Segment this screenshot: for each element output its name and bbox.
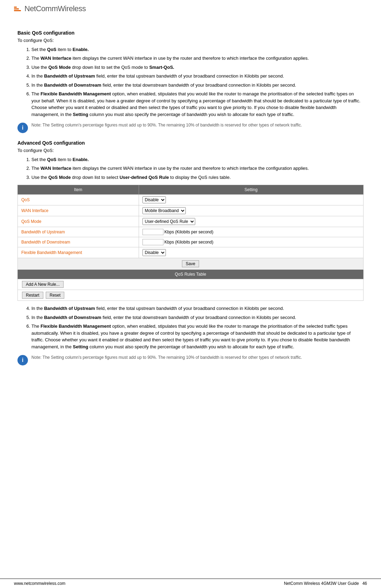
col-setting: Setting (139, 185, 364, 195)
bw-downstream-label: Bandwidth of Downstream (18, 237, 139, 247)
basic-step-4-bold: Bandwidth of Upstream (44, 73, 95, 79)
main-content: Basic QoS configuration To configure QoS… (0, 16, 381, 384)
restart-reset-row: Restart Reset (18, 290, 364, 301)
qos-row: QoS Disable Enable (18, 195, 364, 205)
adv-step-3-bold2: User-defined QoS Rule (119, 175, 169, 180)
qos-settings-table: Item Setting QoS Disable Enable WAN Inte… (17, 185, 364, 301)
adv-step-4-bold: Bandwidth of Upstream (44, 306, 95, 311)
qos-setting: Disable Enable (139, 195, 364, 205)
info-icon: i (17, 123, 28, 133)
qos-mode-row: QoS Mode User-defined QoS Rule Smart-QoS (18, 216, 364, 227)
add-rule-row: Add A New Rule... (18, 279, 364, 290)
basic-step-5-bold: Bandwidth of Downstream (44, 82, 101, 88)
save-button[interactable]: Save (182, 260, 199, 267)
flex-bw-select[interactable]: Disable Enable (142, 249, 166, 256)
advanced-step-4: In the Bandwidth of Upstream field, ente… (31, 305, 364, 312)
logo-text: NetCommWireless (24, 4, 86, 13)
basic-step-6: The Flexible Bandwidth Management option… (31, 90, 364, 118)
save-cell: Save (18, 258, 364, 270)
flex-bw-row: Flexible Bandwidth Management Disable En… (18, 247, 364, 258)
bw-upstream-setting: Kbps (Kilobits per second) (139, 227, 364, 237)
adv-step-3-bold: QoS Mode (48, 175, 71, 180)
advanced-step-5: In the Bandwidth of Downstream field, en… (31, 314, 364, 321)
advanced-qos-note-text: Note: The Setting column's percentage fi… (31, 354, 302, 361)
advanced-qos-title: Advanced QoS configuration (17, 140, 364, 146)
advanced-step-1: Set the QoS item to Enable. (31, 156, 364, 163)
basic-step-3-bold2: Smart-QoS. (149, 65, 174, 70)
qos-select[interactable]: Disable Enable (142, 196, 166, 203)
qos-mode-setting: User-defined QoS Rule Smart-QoS (139, 216, 364, 227)
info-icon-2: i (17, 355, 28, 365)
footer-url: www.netcommwireless.com (14, 581, 65, 586)
basic-step-6-bold: Flexible Bandwidth Management (41, 91, 111, 96)
qos-table-header-row: Item Setting (18, 185, 364, 195)
basic-qos-title: Basic QoS configuration (17, 30, 364, 36)
restart-reset-cell: Restart Reset (18, 290, 364, 301)
adv-step-1-enable: Enable. (73, 157, 89, 162)
add-rule-cell: Add A New Rule... (18, 279, 364, 290)
adv-step-6-bold: Flexible Bandwidth Management (41, 324, 111, 329)
advanced-qos-note: i Note: The Setting column's percentage … (17, 354, 364, 365)
logo-signal-icon (14, 7, 21, 11)
reset-button[interactable]: Reset (46, 292, 64, 299)
advanced-step-6: The Flexible Bandwidth Management option… (31, 323, 364, 350)
col-item: Item (18, 185, 139, 195)
page-footer: www.netcommwireless.com NetComm Wireless… (0, 579, 381, 588)
basic-step-1: Set the QoS item to Enable. (31, 46, 364, 53)
restart-button[interactable]: Restart (22, 292, 43, 299)
qos-rules-header-row: QoS Rules Table (18, 270, 364, 279)
basic-qos-note-text: Note: The Setting column's percentage fi… (31, 122, 302, 128)
logo-netcomm: NetComm (24, 4, 58, 13)
advanced-qos-intro: To configure QoS: (17, 147, 364, 154)
flex-bw-setting: Disable Enable (139, 247, 364, 258)
adv-step-5-bold: Bandwidth of Downstream (44, 315, 101, 320)
add-rule-button[interactable]: Add A New Rule... (22, 281, 64, 288)
basic-step-3-bold: QoS Mode (48, 65, 71, 70)
wan-interface-label: WAN Interface (18, 205, 139, 216)
bw-downstream-row: Bandwidth of Downstream Kbps (Kilobits p… (18, 237, 364, 247)
footer-page: 46 (362, 581, 367, 586)
qos-mode-select[interactable]: User-defined QoS Rule Smart-QoS (142, 218, 195, 225)
bw-downstream-setting: Kbps (Kilobits per second) (139, 237, 364, 247)
wan-interface-row: WAN Interface Mobile Broadband Ethernet (18, 205, 364, 216)
advanced-qos-steps2: In the Bandwidth of Upstream field, ente… (31, 305, 364, 350)
logo-wireless: Wireless (58, 4, 86, 13)
basic-step-1-enable: Enable. (73, 47, 89, 52)
bw-upstream-input[interactable] (142, 229, 163, 235)
basic-qos-intro: To configure QoS: (17, 37, 364, 44)
qos-mode-label: QoS Mode (18, 216, 139, 227)
basic-step-2: The WAN Interface item displays the curr… (31, 55, 364, 62)
advanced-qos-steps: Set the QoS item to Enable. The WAN Inte… (31, 156, 364, 181)
flex-bw-label: Flexible Bandwidth Management (18, 247, 139, 258)
bw-upstream-label: Bandwidth of Upstream (18, 227, 139, 237)
adv-step-2-bold: WAN Interface (41, 166, 71, 171)
header: NetCommWireless (0, 0, 381, 16)
basic-step-1-qos: QoS (47, 47, 57, 52)
qos-rules-title: QoS Rules Table (18, 270, 364, 279)
adv-step-6-bold2: Setting (73, 344, 88, 349)
wan-interface-setting: Mobile Broadband Ethernet (139, 205, 364, 216)
basic-qos-steps: Set the QoS item to Enable. The WAN Inte… (31, 46, 364, 118)
basic-step-6-bold2: Setting (73, 112, 88, 117)
footer-brand-page: NetComm Wireless 4GM3W User Guide 46 (284, 581, 367, 586)
bw-upstream-unit: Kbps (Kilobits per second) (164, 230, 213, 234)
adv-step-1-qos: QoS (47, 157, 57, 162)
basic-step-4: In the Bandwidth of Upstream field, ente… (31, 73, 364, 80)
bw-upstream-row: Bandwidth of Upstream Kbps (Kilobits per… (18, 227, 364, 237)
logo-area: NetCommWireless (14, 4, 367, 13)
advanced-step-2: The WAN Interface item displays the curr… (31, 165, 364, 172)
save-row: Save (18, 258, 364, 270)
basic-step-2-bold: WAN Interface (41, 56, 71, 61)
qos-label: QoS (18, 195, 139, 205)
basic-qos-note: i Note: The Setting column's percentage … (17, 122, 364, 133)
advanced-step-3: Use the QoS Mode drop down list to selec… (31, 174, 364, 181)
footer-brand: NetComm Wireless 4GM3W User Guide (284, 581, 359, 586)
bw-downstream-unit: Kbps (Kilobits per second) (164, 240, 213, 245)
basic-step-3: Use the QoS Mode drop down list to set t… (31, 64, 364, 71)
basic-step-5: In the Bandwidth of Downstream field, en… (31, 82, 364, 89)
wan-interface-select[interactable]: Mobile Broadband Ethernet (142, 207, 186, 214)
bw-downstream-input[interactable] (142, 239, 163, 245)
